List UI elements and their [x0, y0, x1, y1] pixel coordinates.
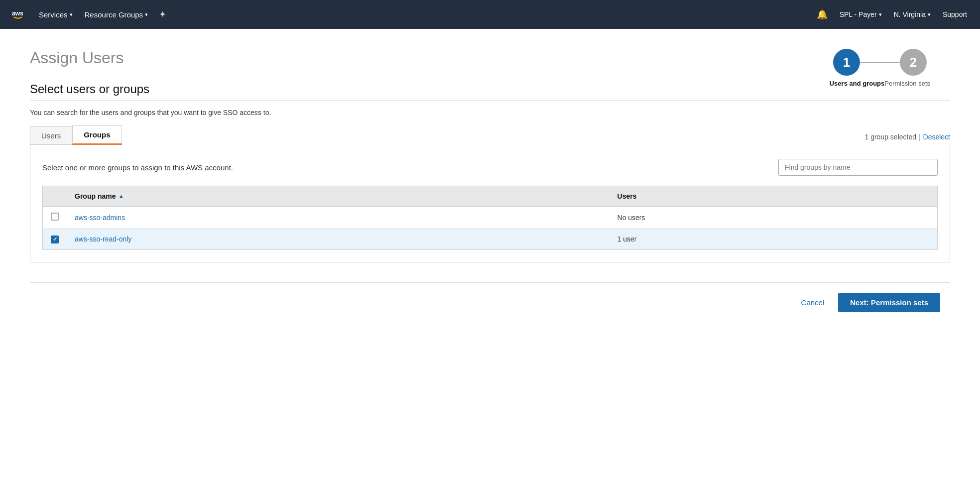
tab-groups-label: Groups	[84, 130, 110, 139]
wizard-steps: 1 2 Users and groups Permission sets	[830, 49, 930, 87]
step-1-number: 1	[843, 55, 850, 70]
bell-icon[interactable]: 🔔	[812, 7, 833, 22]
account-label: SPL - Payer	[840, 10, 877, 18]
group-panel-desc: Select one or more groups to assign to t…	[42, 163, 233, 172]
table-header: Group name ▲ Users	[43, 186, 938, 207]
row-checkbox-1[interactable]	[51, 213, 59, 221]
resource-groups-menu[interactable]: Resource Groups ▾	[80, 6, 153, 23]
row-group-name-1: aws-sso-admins	[67, 207, 610, 229]
table-header-row: Group name ▲ Users	[43, 186, 938, 207]
wizard-labels: Users and groups Permission sets	[830, 80, 930, 87]
section-title: Select users or groups	[30, 82, 950, 96]
row-checkbox-2[interactable]	[51, 236, 59, 243]
support-label: Support	[943, 10, 967, 18]
services-chevron-icon: ▾	[70, 11, 73, 18]
page-title: Assign Users	[30, 49, 950, 67]
main-content: Assign Users 1 2 Users and groups Permis…	[0, 29, 980, 479]
aws-logo[interactable]: aws	[8, 4, 28, 24]
group-name-link-1[interactable]: aws-sso-admins	[75, 214, 125, 222]
region-label: N. Virginia	[894, 10, 926, 18]
region-chevron-icon: ▾	[928, 11, 931, 18]
step-2-circle: 2	[900, 49, 927, 76]
row-users-2: 1 user	[610, 229, 938, 250]
support-menu[interactable]: Support	[938, 7, 972, 21]
col-users-label: Users	[617, 192, 637, 200]
resource-groups-chevron-icon: ▾	[145, 11, 148, 18]
tab-users-label: Users	[41, 131, 61, 140]
row-checkbox-cell-1	[43, 207, 67, 229]
section-divider	[30, 100, 950, 101]
group-name-sort[interactable]: Group name ▲	[75, 192, 602, 200]
bottom-actions: Cancel Next: Permission sets	[30, 293, 950, 312]
col-group-name: Group name ▲	[67, 186, 610, 207]
account-chevron-icon: ▾	[879, 11, 882, 18]
col-users: Users	[610, 186, 938, 207]
navbar-right: 🔔 SPL - Payer ▾ N. Virginia ▾ Support	[812, 7, 972, 22]
step-2-number: 2	[910, 55, 917, 70]
selection-info: 1 group selected | Deselect	[864, 133, 950, 145]
table-body: aws-sso-admins No users aws-sso-read-onl…	[43, 207, 938, 250]
section-desc: You can search for the users and groups …	[30, 109, 950, 117]
table-row: aws-sso-admins No users	[43, 207, 938, 229]
search-input[interactable]	[778, 159, 938, 176]
sort-asc-icon: ▲	[118, 193, 124, 200]
table-row: aws-sso-read-only 1 user	[43, 229, 938, 250]
group-name-link-2[interactable]: aws-sso-read-only	[75, 235, 131, 243]
group-panel: Select one or more groups to assign to t…	[30, 145, 950, 262]
col-checkbox	[43, 186, 67, 207]
selection-count: 1 group selected |	[864, 133, 920, 141]
wizard-steps-row: 1 2	[833, 49, 927, 76]
group-panel-header: Select one or more groups to assign to t…	[42, 159, 938, 176]
services-menu[interactable]: Services ▾	[34, 6, 78, 23]
step-2-label: Permission sets	[884, 80, 930, 87]
tabs-row: Users Groups 1 group selected | Deselect	[30, 125, 950, 145]
step-1-circle: 1	[833, 49, 860, 76]
tab-list: Users Groups	[30, 125, 122, 145]
col-group-name-label: Group name	[75, 192, 116, 200]
resource-groups-label: Resource Groups	[85, 10, 143, 19]
cancel-button[interactable]: Cancel	[793, 293, 833, 312]
tab-groups[interactable]: Groups	[72, 125, 122, 145]
pin-icon[interactable]: ✦	[155, 7, 170, 22]
row-checkbox-cell-2	[43, 229, 67, 250]
navbar-left: aws Services ▾ Resource Groups ▾ ✦	[8, 4, 170, 24]
groups-table: Group name ▲ Users aws-sso-ad	[42, 186, 938, 250]
navbar: aws Services ▾ Resource Groups ▾ ✦ 🔔 SPL…	[0, 0, 980, 29]
region-menu[interactable]: N. Virginia ▾	[889, 7, 936, 21]
bottom-divider	[30, 282, 950, 283]
step-connector-line	[860, 62, 900, 63]
svg-text:aws: aws	[12, 10, 23, 17]
deselect-link[interactable]: Deselect	[923, 133, 950, 141]
services-label: Services	[39, 10, 68, 19]
account-menu[interactable]: SPL - Payer ▾	[835, 7, 887, 21]
row-users-1: No users	[610, 207, 938, 229]
tab-users[interactable]: Users	[30, 126, 72, 145]
step-1-label: Users and groups	[830, 80, 885, 87]
row-group-name-2: aws-sso-read-only	[67, 229, 610, 250]
next-button[interactable]: Next: Permission sets	[838, 293, 940, 312]
